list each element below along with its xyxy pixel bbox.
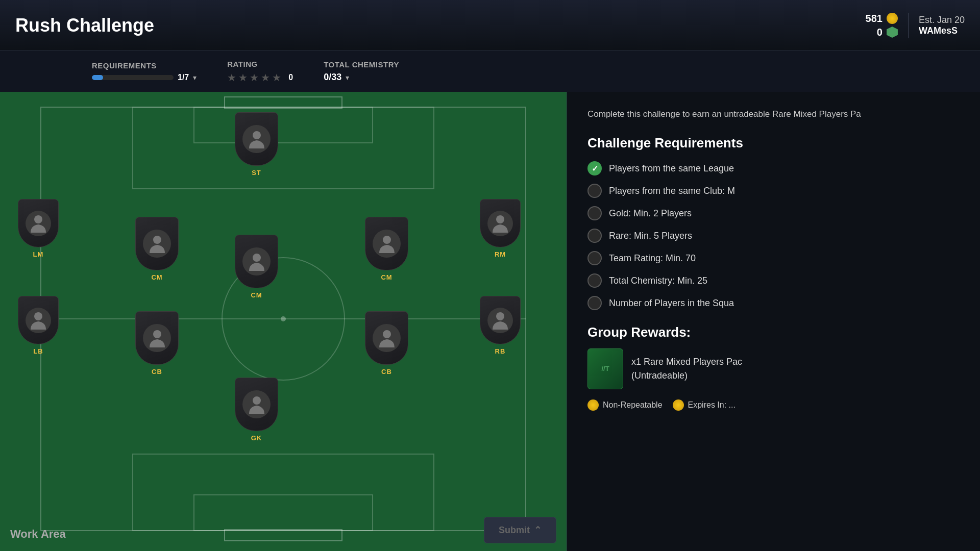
work-area-label: Work Area (10, 528, 66, 541)
player-silhouette-st (247, 129, 267, 149)
shields-row: 0 (877, 27, 898, 38)
player-avatar-cm-center (242, 247, 271, 276)
badge-expires: Expires In: ... (673, 399, 736, 411)
player-silhouette-cb-left (147, 328, 167, 348)
player-card-lm[interactable]: LM (18, 199, 59, 258)
player-pos-cb-right: CB (381, 368, 392, 375)
player-card-cb-right[interactable]: CB (365, 311, 408, 375)
requirements-bar: Requirements 1/7 ▾ Rating ★ ★ ★ ★ ★ 0 To… (0, 51, 980, 92)
player-pos-gk: GK (251, 434, 262, 442)
player-silhouette-rb (490, 310, 510, 331)
req-circle-6 (587, 296, 602, 310)
svg-point-14 (383, 236, 391, 244)
req-item-0: Players from the same League (587, 161, 960, 176)
username: WAMesS (919, 26, 965, 36)
expires-icon (673, 399, 684, 411)
non-repeatable-label: Non-Repeatable (603, 400, 663, 410)
star-1: ★ (227, 71, 236, 84)
svg-rect-6 (225, 97, 342, 108)
player-pos-cm-center: CM (251, 291, 262, 299)
requirements-dropdown[interactable]: ▾ (193, 73, 197, 82)
requirements-label: Requirements (92, 61, 197, 70)
player-avatar-rb (487, 308, 513, 333)
star-5: ★ (272, 71, 281, 84)
coins-value: 581 (866, 13, 883, 24)
player-card-inner-st (235, 112, 278, 166)
player-card-cm-left[interactable]: CM (135, 217, 179, 281)
req-text-4: Team Rating: Min. 70 (609, 253, 696, 264)
header-right: 581 0 Est. Jan 20 WAMesS (866, 13, 965, 38)
player-avatar-cm-right (373, 230, 401, 258)
req-text-5: Total Chemistry: Min. 25 (609, 276, 707, 286)
page-title: Rush Challenge (15, 15, 154, 36)
star-4: ★ (261, 71, 270, 84)
chemistry-dropdown[interactable]: ▾ (346, 73, 349, 82)
player-silhouette-cb-right (377, 328, 397, 348)
est-date: Est. Jan 20 (919, 15, 965, 26)
player-card-inner-cm-left (135, 217, 179, 270)
player-avatar-lm (26, 211, 51, 236)
player-card-inner-rb (480, 296, 521, 344)
player-card-st[interactable]: ST (235, 112, 278, 177)
player-pos-cb-left: CB (152, 368, 162, 375)
shields-value: 0 (877, 27, 883, 38)
coin-icon (887, 13, 898, 24)
coins-row: 581 (866, 13, 898, 24)
star-2: ★ (238, 71, 248, 84)
progress-text: 1/7 (178, 73, 189, 82)
group-rewards-title: Group Rewards: (587, 324, 960, 340)
player-card-cm-center[interactable]: CM (235, 235, 278, 299)
chemistry-label: Total Chemistry (324, 60, 399, 69)
player-pos-cm-right: CM (381, 273, 392, 281)
player-card-rb[interactable]: RB (480, 296, 521, 355)
player-avatar-gk (242, 390, 271, 418)
req-text-0: Players from the same League (609, 163, 734, 174)
rating-section: Rating ★ ★ ★ ★ ★ 0 (227, 60, 293, 84)
player-avatar-st (242, 125, 271, 153)
player-avatar-rm (487, 211, 513, 236)
player-card-inner-cb-left (135, 311, 179, 365)
req-item-3: Rare: Min. 5 Players (587, 229, 960, 243)
non-repeatable-icon (587, 399, 599, 411)
star-3: ★ (250, 71, 259, 84)
svg-point-13 (253, 254, 261, 262)
svg-rect-5 (194, 107, 373, 143)
pitch-area: ST LM (0, 92, 567, 551)
chemistry-text: 0/33 (324, 72, 341, 83)
player-silhouette-lb (28, 310, 48, 331)
svg-point-18 (383, 330, 391, 338)
req-circle-5 (587, 273, 602, 288)
player-card-gk[interactable]: GK (235, 378, 278, 442)
svg-rect-7 (133, 454, 434, 531)
req-circle-0 (587, 161, 602, 176)
req-item-2: Gold: Min. 2 Players (587, 206, 960, 220)
reward-card-label: //T (601, 365, 609, 373)
player-card-lb[interactable]: LB (18, 296, 59, 355)
player-pos-lb: LB (33, 347, 43, 355)
req-item-4: Team Rating: Min. 70 (587, 251, 960, 265)
right-panel: Complete this challenge to earn an untra… (567, 92, 980, 551)
shield-icon (887, 27, 898, 38)
player-silhouette-gk (247, 394, 267, 415)
player-card-rm[interactable]: RM (480, 199, 521, 258)
player-card-cm-right[interactable]: CM (365, 217, 408, 281)
player-card-cb-left[interactable]: CB (135, 311, 179, 375)
badge-non-repeatable: Non-Repeatable (587, 399, 663, 411)
rating-label: Rating (227, 60, 293, 68)
req-text-1: Players from the same Club: M (609, 186, 735, 196)
req-item-6: Number of Players in the Squa (587, 296, 960, 310)
svg-point-15 (496, 215, 504, 223)
req-text-6: Number of Players in the Squa (609, 298, 734, 309)
submit-chevron: ⌃ (534, 524, 542, 536)
requirements-value: 1/7 ▾ (92, 73, 197, 82)
req-text-2: Gold: Min. 2 Players (609, 208, 692, 219)
submit-button[interactable]: Submit ⌃ (484, 517, 556, 543)
player-card-inner-lb (18, 296, 59, 344)
player-pos-lm: LM (33, 251, 44, 258)
svg-rect-8 (194, 495, 373, 531)
submit-label: Submit (499, 525, 530, 536)
requirements-section: Requirements 1/7 ▾ (92, 61, 197, 82)
player-pos-st: ST (252, 169, 261, 177)
footer-badges: Non-Repeatable Expires In: ... (587, 399, 960, 411)
svg-rect-4 (133, 107, 434, 189)
